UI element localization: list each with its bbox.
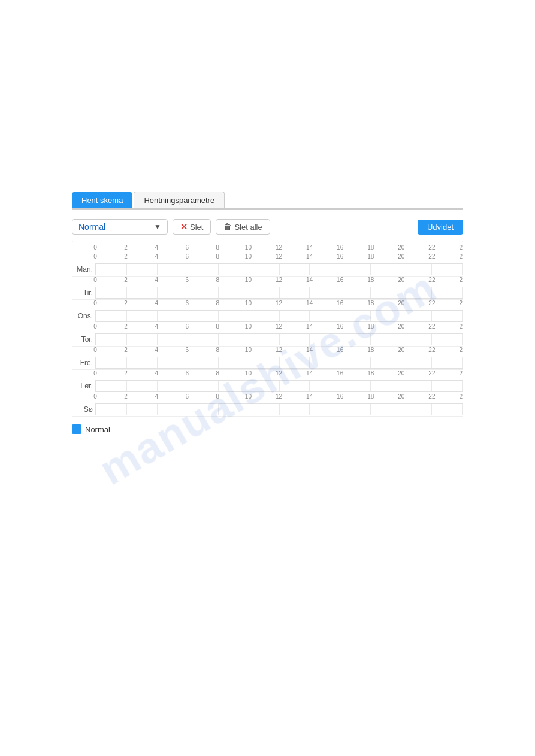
grid-line-day0-5 [249,264,249,275]
bar-row-1: Tir. [72,286,463,300]
grid-line-day6-8 [340,404,340,415]
tick-label-day4-24: 24 [459,347,463,353]
grid-line-day0-8 [340,264,340,275]
tick-label-day3-16: 16 [337,323,343,330]
time-tick-22: 22 [428,244,435,251]
tick-row-5: 024681012141618202224 [72,370,463,379]
grid-line-day3-1 [126,334,127,345]
grid-line-day4-7 [309,357,310,368]
tick-label-day1-8: 8 [216,277,220,283]
tick-label-day5-14: 14 [306,370,313,377]
bar-area-2[interactable] [95,310,463,322]
grid-line-day6-11 [431,404,432,415]
tick-label-day5-2: 2 [124,370,128,377]
grid-line-day4-6 [279,357,280,368]
tick-label-day0-8: 8 [216,253,220,260]
tick-label-day0-4: 4 [155,253,158,260]
grid-line-day3-8 [340,334,340,345]
tick-label-day0-24: 24 [459,253,463,260]
grid-line-day2-9 [370,311,371,321]
grid-line-day2-1 [126,311,127,321]
tick-label-day5-8: 8 [216,370,220,377]
tick-label-day5-16: 16 [337,370,343,377]
tick-label-day1-24: 24 [459,277,463,283]
tick-label-day0-14: 14 [306,253,313,260]
tick-label-day0-2: 2 [124,253,128,260]
tick-label-day4-0: 0 [93,347,97,353]
tick-label-day3-8: 8 [216,323,220,330]
tick-label-day1-16: 16 [337,277,343,283]
time-tick-18: 18 [367,244,374,251]
grid-line-day5-12 [462,381,463,391]
udvidet-button[interactable]: Udvidet [418,220,463,235]
slet-alle-label: Slet alle [234,223,262,232]
bar-row-5: Lør. [72,379,463,393]
tick-label-day5-18: 18 [367,370,374,377]
grid-line-day6-5 [249,404,249,415]
slet-alle-button[interactable]: 🗑 Slet alle [216,219,270,235]
bar-area-3[interactable] [95,333,463,345]
bar-row-4: Fre. [72,356,463,370]
tick-label-day1-20: 20 [398,277,404,283]
tick-label-day0-16: 16 [337,253,343,260]
grid-line-day1-0 [96,287,96,298]
grid-line-day4-8 [340,357,340,368]
bar-area-0[interactable] [95,263,463,275]
grid-line-day4-11 [431,357,432,368]
normal-dropdown[interactable]: Normal ▼ [72,219,168,235]
grid-line-day1-6 [279,287,280,298]
grid-line-day0-1 [126,264,127,275]
grid-line-day6-3 [188,404,188,415]
tick-label-day0-6: 6 [185,253,189,260]
bar-row-2: Ons. [72,309,463,323]
grid-line-day0-4 [218,264,219,275]
grid-line-day3-11 [431,334,432,345]
grid-line-day5-10 [401,381,401,391]
grid-line-day1-7 [309,287,310,298]
tick-label-day6-10: 10 [245,393,252,400]
grid-line-day6-2 [157,404,158,415]
tick-label-day5-20: 20 [398,370,404,377]
tick-label-day1-6: 6 [185,277,189,283]
time-tick-4: 4 [155,244,158,251]
time-tick-10: 10 [245,244,252,251]
grid-line-day1-11 [431,287,432,298]
tick-label-day4-22: 22 [428,347,435,353]
time-tick-6: 6 [185,244,189,251]
tick-label-day6-8: 8 [216,393,220,400]
grid-line-day6-4 [218,404,219,415]
tick-label-day4-4: 4 [155,347,158,353]
grid-line-day2-10 [401,311,401,321]
grid-line-day1-9 [370,287,371,298]
time-tick-12: 12 [276,244,282,251]
tick-label-day5-0: 0 [93,370,97,377]
bar-area-6[interactable] [95,403,463,415]
tick-label-day1-14: 14 [306,277,313,283]
bar-area-1[interactable] [95,287,463,299]
tab-hent-skema[interactable]: Hent skema [72,192,132,208]
grid-line-day4-12 [462,357,463,368]
tick-label-day0-0: 0 [93,253,97,260]
grid-line-day6-10 [401,404,401,415]
bar-area-5[interactable] [95,380,463,392]
grid-line-day5-1 [126,381,127,391]
grid-line-day1-3 [188,287,188,298]
tick-label-day3-14: 14 [306,323,313,330]
bar-area-4[interactable] [95,357,463,369]
day-label-0: Man. [72,263,95,276]
tick-label-day0-12: 12 [276,253,282,260]
day-label-3: Tor. [72,333,95,346]
slet-button[interactable]: ✕ Slet [173,219,211,235]
grid-line-day4-3 [188,357,188,368]
tick-label-day1-2: 2 [124,277,128,283]
grid-line-day2-11 [431,311,432,321]
tab-hentningsparametre[interactable]: Hentningsparametre [134,192,225,208]
grid-line-day3-7 [309,334,310,345]
tick-label-day4-14: 14 [306,347,313,353]
tick-row-4: 024681012141618202224 [72,347,463,356]
day-label-1: Tir. [72,286,95,299]
tick-label-day0-18: 18 [367,253,374,260]
tick-label-day4-2: 2 [124,347,128,353]
time-tick-16: 16 [337,244,343,251]
grid-line-day0-6 [279,264,280,275]
